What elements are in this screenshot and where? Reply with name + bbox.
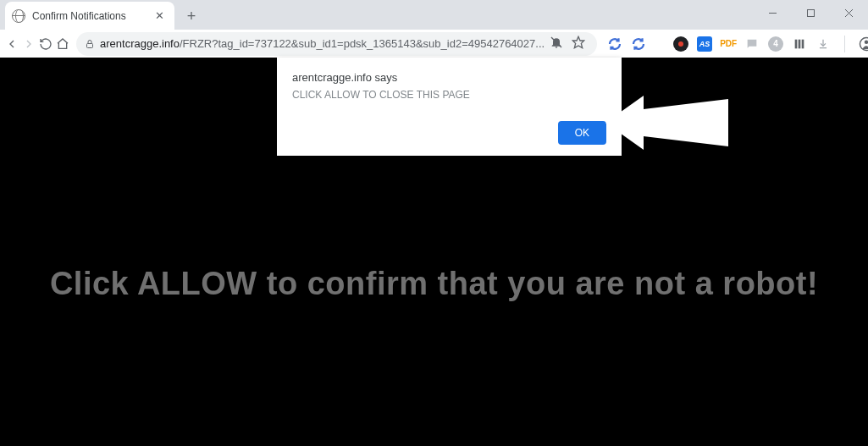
profile-avatar-icon[interactable] — [859, 36, 868, 52]
lock-icon — [85, 39, 95, 49]
back-button[interactable] — [5, 32, 19, 56]
chat-extension-icon[interactable] — [744, 36, 760, 52]
dialog-message: CLICK ALLOW TO CLOSE THIS PAGE — [292, 89, 606, 101]
page-headline: Click ALLOW to confirm that you are not … — [0, 266, 868, 302]
reload-button[interactable] — [39, 32, 53, 56]
dark-extension-icon[interactable] — [673, 36, 688, 52]
maximize-button[interactable] — [792, 0, 830, 25]
forward-button[interactable] — [22, 32, 36, 56]
browser-tab[interactable]: Confirm Notifications ✕ — [5, 2, 174, 30]
stack-extension-icon[interactable] — [792, 36, 807, 52]
svg-rect-4 — [87, 43, 93, 47]
download-extension-icon[interactable] — [815, 36, 831, 52]
javascript-alert-dialog: arentcragge.info says CLICK ALLOW TO CLO… — [277, 58, 622, 156]
browser-titlebar: Confirm Notifications ✕ + — [0, 0, 868, 30]
svg-rect-1 — [808, 9, 815, 16]
svg-rect-9 — [799, 39, 801, 48]
number-extension-icon[interactable]: 4 — [768, 36, 783, 52]
star-bookmark-icon[interactable] — [572, 36, 585, 52]
svg-marker-6 — [572, 36, 583, 47]
toolbar-divider — [844, 36, 845, 52]
close-tab-icon[interactable]: ✕ — [155, 10, 164, 21]
sync-extension-icon[interactable] — [607, 36, 622, 52]
address-bar[interactable]: arentcragge.info/FRZR?tag_id=737122&sub_… — [76, 32, 597, 56]
close-window-button[interactable] — [830, 0, 868, 25]
svg-rect-10 — [802, 39, 804, 48]
svg-rect-8 — [795, 39, 798, 48]
pdf-extension-icon[interactable]: PDF — [721, 36, 736, 52]
notification-bell-icon[interactable] — [550, 36, 563, 52]
minimize-button[interactable] — [754, 0, 792, 25]
sync2-extension-icon[interactable] — [631, 36, 646, 52]
url-text: arentcragge.info/FRZR?tag_id=737122&sub_… — [100, 37, 545, 50]
new-tab-button[interactable]: + — [180, 4, 203, 28]
dialog-origin: arentcragge.info says — [292, 71, 606, 84]
dialog-ok-button[interactable]: OK — [558, 121, 606, 145]
pointer-arrow-icon — [605, 89, 733, 157]
svg-marker-18 — [605, 96, 728, 150]
blue-extension-icon[interactable]: AS — [697, 36, 712, 52]
home-button[interactable] — [56, 32, 69, 56]
tab-title: Confirm Notifications — [32, 10, 126, 22]
svg-point-14 — [865, 40, 868, 44]
browser-toolbar: arentcragge.info/FRZR?tag_id=737122&sub_… — [0, 30, 868, 58]
extensions-row: AS PDF 4 — [607, 36, 868, 52]
globe-icon — [12, 9, 25, 23]
svg-point-7 — [678, 41, 683, 47]
window-controls — [754, 0, 868, 25]
